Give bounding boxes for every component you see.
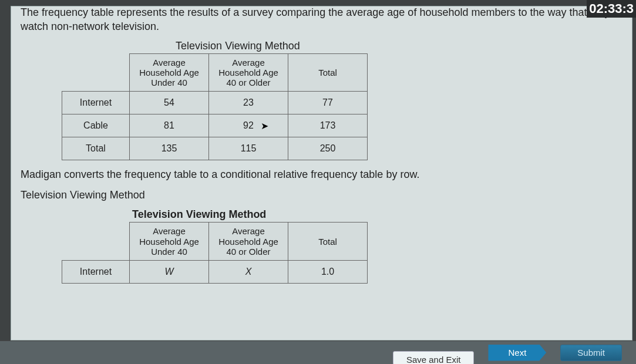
table2-r0c0: W [130, 261, 209, 284]
table2-corner [62, 223, 130, 261]
table1-row2-label: Total [62, 137, 130, 160]
table2-r0c1: X [209, 261, 288, 284]
app-frame: 02:33:3 The frequency table represents t… [0, 0, 636, 364]
question-panel: The frequency table represents the resul… [11, 6, 632, 341]
frequency-table-2: Average Household Age Under 40 Average H… [62, 222, 368, 284]
table1-r0c2: 77 [288, 92, 368, 114]
table2-title: Television Viewing Method [132, 208, 484, 221]
table-row: Total 135 115 250 [62, 137, 368, 160]
next-button[interactable]: Next [488, 345, 546, 361]
table1-col-header-0: Average Household Age Under 40 [130, 53, 209, 92]
subtitle-2: Television Viewing Method [21, 189, 622, 201]
table1-r2c0: 135 [130, 137, 209, 160]
table1-row0-label: Internet [62, 92, 130, 114]
table1-r1c1-value: 92 [243, 120, 254, 130]
table1-r0c1: 23 [209, 92, 288, 114]
table1-r1c2: 173 [288, 114, 368, 137]
table1-r2c2: 250 [288, 137, 368, 160]
countdown-timer: 02:33:3 [587, 0, 636, 18]
table1-r2c1: 115 [209, 137, 288, 160]
table2-col-header-1: Average Household Age 40 or Older [209, 223, 288, 261]
table2-col-header-2: Total [288, 223, 368, 261]
table1-col-header-2: Total [288, 53, 368, 92]
submit-button[interactable]: Submit [560, 345, 622, 361]
table1-row1-label: Cable [62, 114, 130, 137]
table-row: Cable 81 92 ➤ 173 [62, 114, 368, 137]
table1-col-header-1: Average Household Age 40 or Older [209, 53, 288, 92]
paragraph-2: Madigan converts the frequency table to … [21, 168, 622, 181]
table1-title: Television Viewing Method [62, 40, 414, 52]
question-intro-text: The frequency table represents the resul… [21, 6, 622, 34]
table1-r1c0: 81 [130, 114, 209, 137]
table1-r1c1: 92 ➤ [209, 114, 288, 137]
table2-r0c2: 1.0 [288, 261, 368, 284]
cursor-icon: ➤ [261, 120, 268, 132]
table1-r0c0: 54 [130, 92, 209, 114]
bottom-toolbar: Save and Exit Next Submit [0, 341, 636, 364]
frequency-table-1: Average Household Age Under 40 Average H… [62, 53, 368, 161]
table2-row0-label: Internet [62, 261, 130, 284]
table-row: Internet 54 23 77 [62, 92, 368, 114]
table1-corner [62, 53, 130, 92]
save-exit-button[interactable]: Save and Exit [393, 351, 475, 365]
table-row: Internet W X 1.0 [62, 261, 368, 284]
table2-col-header-0: Average Household Age Under 40 [130, 223, 209, 261]
